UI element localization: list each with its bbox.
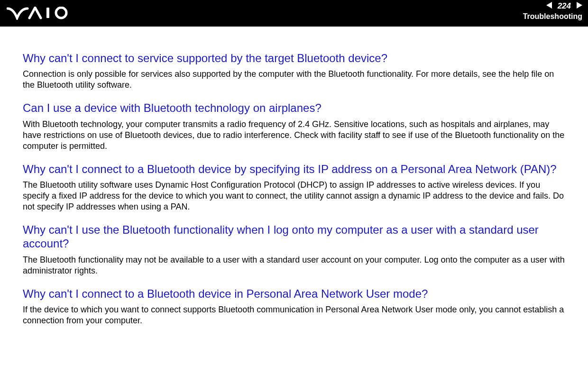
faq-question: Why can't I connect to a Bluetooth devic… [23,162,565,176]
svg-rect-0 [46,8,49,18]
svg-point-1 [56,8,66,18]
faq-item: Why can't I connect to a Bluetooth devic… [23,287,565,326]
faq-item: Can I use a device with Bluetooth techno… [23,101,565,151]
vaio-logo [7,7,73,20]
faq-item: Why can't I connect to service supported… [23,51,565,91]
svg-marker-2 [546,2,552,9]
faq-item: Why can't I use the Bluetooth functional… [23,223,565,276]
prev-page-arrow-icon[interactable] [546,2,555,10]
header-nav: 224 Troubleshooting [523,1,582,21]
next-page-arrow-icon[interactable] [574,2,582,10]
faq-question: Why can't I connect to service supported… [23,51,565,65]
document-body: Why can't I connect to service supported… [0,27,588,346]
faq-answer: Connection is only possible for services… [23,69,565,91]
page-number: 224 [558,1,571,11]
faq-question: Why can't I use the Bluetooth functional… [23,223,565,251]
faq-question: Can I use a device with Bluetooth techno… [23,101,565,115]
faq-answer: The Bluetooth utility software uses Dyna… [23,180,565,212]
faq-answer: The Bluetooth functionality may not be a… [23,255,565,276]
svg-marker-3 [577,2,582,9]
faq-answer: If the device to which you want to conne… [23,304,565,326]
section-title: Troubleshooting [523,12,582,21]
page-header: 224 Troubleshooting [0,0,588,27]
faq-question: Why can't I connect to a Bluetooth devic… [23,287,565,301]
faq-answer: With Bluetooth technology, your computer… [23,119,565,152]
faq-item: Why can't I connect to a Bluetooth devic… [23,162,565,212]
